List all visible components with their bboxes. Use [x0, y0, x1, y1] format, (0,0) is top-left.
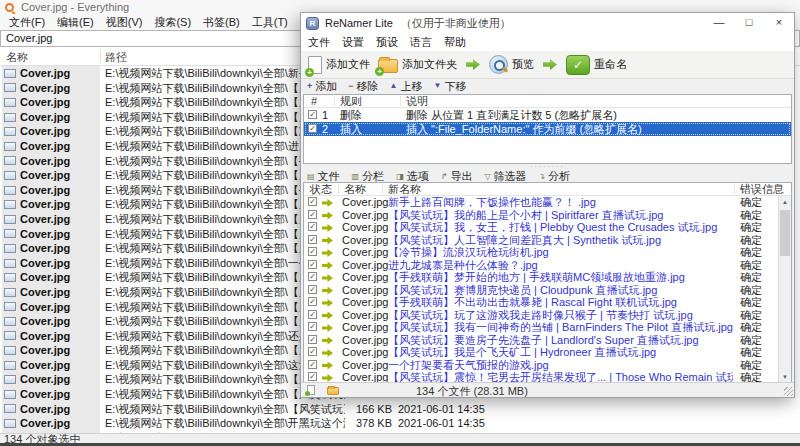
menu-item[interactable]: 搜索(S) — [148, 15, 197, 30]
renamer-file-row[interactable]: ✓ Cover.jpg 【风笑试玩】要造房子先洗盘子 | Landlord's … — [304, 334, 778, 347]
rules-column-rule[interactable]: 规则 — [340, 95, 362, 108]
file-checkbox[interactable]: ✓ — [308, 335, 317, 344]
file-name-cell[interactable]: Cover.jpg — [2, 343, 100, 358]
resize-grip[interactable] — [784, 387, 793, 396]
renamer-file-row[interactable]: ✓ Cover.jpg 【风笑试玩】人工智障之间差距真大 | Synthetik… — [304, 234, 778, 247]
files-column-state[interactable]: 状态 — [310, 183, 332, 196]
scroll-up-icon[interactable]: ▲ — [779, 196, 791, 208]
file-name-cell[interactable]: Cover.jpg — [2, 168, 100, 183]
vertical-scrollbar[interactable]: ▲ ▼ — [778, 196, 791, 383]
rule-row[interactable]: ✓ 2 插入 插入 ":File_FolderName:" 作为前缀 (忽略扩展… — [304, 122, 791, 136]
column-header-name[interactable]: 名称 — [6, 50, 28, 65]
everything-file-row[interactable]: Cover.jpg E:\视频网站下载\BiliBili\downkyi\全部\… — [0, 416, 800, 431]
minimize-button[interactable]: — — [704, 13, 734, 33]
menu-item[interactable]: 文件(F) — [3, 15, 51, 30]
everything-file-row[interactable]: Cover.jpg E:\视频网站下载\BiliBili\downkyi\全部\… — [0, 402, 800, 417]
file-checkbox[interactable]: ✓ — [308, 310, 317, 319]
file-name-cell[interactable]: Cover.jpg — [2, 95, 100, 110]
rule-remove-label: 移除 — [357, 79, 379, 94]
file-name-cell[interactable]: Cover.jpg — [2, 241, 100, 256]
files-column-error[interactable]: 错误信息 — [740, 183, 784, 196]
rules-column-desc[interactable]: 说明 — [406, 95, 428, 108]
renamer-file-row[interactable]: ✓ Cover.jpg 新手上路百闻牌，下饭操作也能赢？！ .jpg 确定 — [304, 196, 778, 209]
rename-arrow-icon — [322, 349, 333, 357]
column-header-path[interactable]: 路径 — [105, 50, 127, 65]
renamer-file-row[interactable]: ✓ Cover.jpg 进九龙城寨是种什么体验？.jpg 确定 — [304, 259, 778, 272]
rule-remove-button[interactable]: − 移除 — [348, 79, 378, 94]
file-name-cell[interactable]: Cover.jpg — [2, 110, 100, 125]
file-checkbox[interactable]: ✓ — [308, 297, 317, 306]
rename-button[interactable]: ✓ 重命名 — [562, 53, 631, 77]
renamer-file-row[interactable]: ✓ Cover.jpg 【冷节操】流浪汉玩枪玩街机.jpg 确定 — [304, 246, 778, 259]
file-original-name: Cover.jpg — [342, 196, 388, 209]
scrollbar-thumb[interactable] — [780, 210, 790, 256]
rule-add-button[interactable]: + 添加 — [307, 79, 337, 94]
file-name-cell[interactable]: Cover.jpg — [2, 139, 100, 154]
file-checkbox[interactable]: ✓ — [308, 197, 317, 206]
renamer-file-row[interactable]: ✓ Cover.jpg 【手残联萌】梦开始的地方 | 手残联萌MC领域服故地重游… — [304, 271, 778, 284]
rule-checkbox[interactable]: ✓ — [308, 110, 317, 119]
file-name-cell[interactable]: Cover.jpg — [2, 387, 100, 402]
file-name-cell[interactable]: Cover.jpg — [2, 81, 100, 96]
file-name-cell[interactable]: Cover.jpg — [2, 154, 100, 169]
file-checkbox[interactable]: ✓ — [308, 210, 317, 219]
column-divider[interactable] — [100, 49, 101, 63]
renamer-file-row[interactable]: ✓ Cover.jpg 一个打架要看天气预报的游戏.jpg 确定 — [304, 359, 778, 372]
renamer-file-row[interactable]: ✓ Cover.jpg 【风笑试玩】玩了这游戏我走路时像只猴子 | 节奏快打 试… — [304, 309, 778, 322]
close-button[interactable]: × — [764, 13, 794, 33]
menu-item[interactable]: 语言 — [404, 35, 438, 50]
file-checkbox[interactable]: ✓ — [308, 347, 317, 356]
renamer-file-row[interactable]: ✓ Cover.jpg 【手残联萌】不出动出击就暴毙 | Rascal Figh… — [304, 296, 778, 309]
file-name-cell[interactable]: Cover.jpg — [2, 358, 100, 373]
add-folders-button[interactable]: 添加文件夹 — [374, 54, 461, 75]
file-name-cell[interactable]: Cover.jpg — [2, 256, 100, 271]
file-checkbox[interactable]: ✓ — [308, 260, 317, 269]
file-name-cell[interactable]: Cover.jpg — [2, 227, 100, 242]
file-name-cell[interactable]: Cover.jpg — [2, 402, 100, 417]
file-checkbox[interactable]: ✓ — [308, 322, 317, 331]
file-name-cell[interactable]: Cover.jpg — [2, 314, 100, 329]
add-files-button[interactable]: 添加文件 — [304, 54, 374, 76]
files-column-newname[interactable]: 新名称 — [388, 183, 421, 196]
renamer-titlebar[interactable]: R ReNamer Lite （仅用于非商业使用） — □ × — [301, 13, 794, 33]
file-checkbox[interactable]: ✓ — [308, 360, 317, 369]
renamer-file-row[interactable]: ✓ Cover.jpg 【风笑试玩】赛博朋克快递员 | Cloudpunk 直播… — [304, 284, 778, 297]
rule-checkbox[interactable]: ✓ — [308, 124, 317, 133]
menu-item[interactable]: 编辑(E) — [51, 15, 100, 30]
renamer-file-row[interactable]: ✓ Cover.jpg 【风笑试玩】我是个飞天矿工 | Hydroneer 直播… — [304, 346, 778, 359]
menu-item[interactable]: 帮助 — [438, 35, 472, 50]
file-checkbox[interactable]: ✓ — [308, 222, 317, 231]
rules-column-num[interactable]: # — [311, 95, 317, 108]
file-name-cell[interactable]: Cover.jpg — [2, 66, 100, 81]
menu-item[interactable]: 预设 — [370, 35, 404, 50]
menu-item[interactable]: 工具(T) — [246, 15, 294, 30]
renamer-file-row[interactable]: ✓ Cover.jpg 【风笑试玩】我，女王，打钱 | Plebby Quest… — [304, 221, 778, 234]
rule-row[interactable]: ✓ 1 删除 删除 从位置 1 直到满足计数 5 (忽略扩展名) — [304, 108, 791, 122]
file-name-cell[interactable]: Cover.jpg — [2, 197, 100, 212]
file-name-cell[interactable]: Cover.jpg — [2, 270, 100, 285]
file-name-cell[interactable]: Cover.jpg — [2, 212, 100, 227]
renamer-file-row[interactable]: ✓ Cover.jpg 【风笑试玩】我的船上是个小村 | Spiritfarer… — [304, 209, 778, 222]
file-name-cell[interactable]: Cover.jpg — [2, 329, 100, 344]
file-checkbox[interactable]: ✓ — [308, 247, 317, 256]
file-name-cell[interactable]: Cover.jpg — [2, 183, 100, 198]
rule-move-down-button[interactable]: ▼ 下移 — [433, 79, 466, 94]
file-checkbox[interactable]: ✓ — [308, 272, 317, 281]
file-name-cell[interactable]: Cover.jpg — [2, 372, 100, 387]
file-name-cell[interactable]: Cover.jpg — [2, 416, 100, 431]
files-column-name[interactable]: 名称 — [344, 183, 366, 196]
file-checkbox[interactable]: ✓ — [308, 285, 317, 294]
file-name-cell[interactable]: Cover.jpg — [2, 124, 100, 139]
file-checkbox[interactable]: ✓ — [308, 235, 317, 244]
renamer-file-row[interactable]: ✓ Cover.jpg 【风笑试玩】我有一间神奇的当铺 | BarnFinder… — [304, 321, 778, 334]
rule-move-up-button[interactable]: ▲ 上移 — [390, 79, 423, 94]
file-name-cell[interactable]: Cover.jpg — [2, 300, 100, 315]
file-checkbox[interactable]: ✓ — [308, 372, 317, 381]
maximize-button[interactable]: □ — [734, 13, 764, 33]
preview-button[interactable]: 预览 — [485, 53, 538, 76]
menu-item[interactable]: 视图(V) — [100, 15, 149, 30]
menu-item[interactable]: 设置 — [336, 35, 370, 50]
file-name-cell[interactable]: Cover.jpg — [2, 285, 100, 300]
menu-item[interactable]: 书签(B) — [197, 15, 246, 30]
menu-item[interactable]: 文件 — [302, 35, 336, 50]
